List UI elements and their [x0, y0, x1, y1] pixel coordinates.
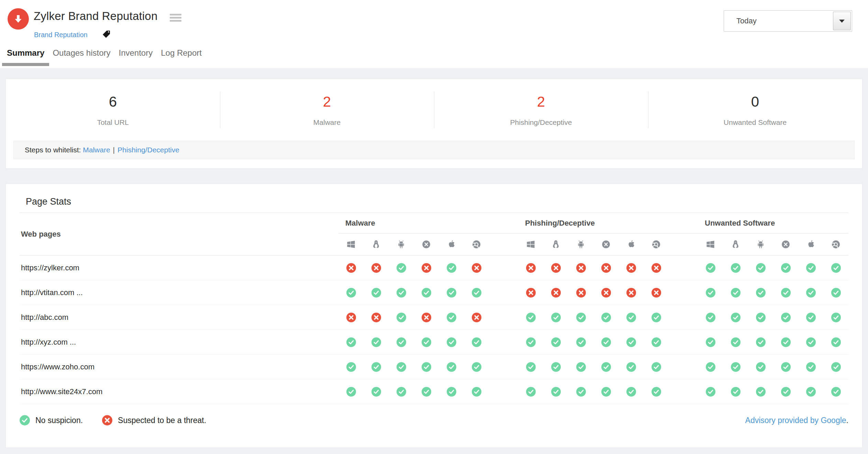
status-check-icon: [798, 313, 823, 322]
status-check-icon: [773, 362, 798, 372]
status-check-icon: [414, 362, 439, 372]
status-check-icon: [773, 313, 798, 322]
status-check-icon: [823, 313, 848, 322]
status-check-icon: [464, 337, 489, 347]
tab-log-report[interactable]: Log Report: [161, 48, 202, 68]
status-group-unwanted: [698, 337, 848, 347]
status-check-icon: [593, 362, 619, 372]
status-group-malware: [338, 313, 489, 322]
status-check-icon: [723, 263, 748, 273]
dropdown-arrow-icon[interactable]: [833, 12, 851, 30]
stat-label: Malware: [220, 118, 434, 127]
whitelist-bar: Steps to whitelist: Malware|Phishing/Dec…: [13, 141, 855, 159]
monitor-status-down-icon: [8, 8, 29, 30]
chrome-icon: [823, 240, 848, 249]
status-check-icon: [568, 387, 593, 397]
status-legend: No suspicion.Suspected to be a threat.: [20, 415, 225, 425]
whitelist-link-malware[interactable]: Malware: [83, 146, 110, 154]
status-check-icon: [798, 263, 823, 273]
advisory-suffix: .: [846, 416, 848, 425]
stat-value: 6: [6, 95, 220, 109]
status-check-icon: [364, 337, 389, 347]
status-check-icon: [464, 288, 489, 298]
status-check-icon: [568, 313, 593, 322]
windows-icon: [518, 240, 543, 249]
table-row: https://zylker.com: [20, 256, 848, 280]
status-check-icon: [748, 337, 773, 347]
status-check-icon: [798, 288, 823, 298]
status-group-malware: [338, 288, 489, 298]
status-check-icon: [518, 387, 543, 397]
table-header-groups: MalwarePhishing/DeceptiveUnwanted Softwa…: [338, 213, 848, 255]
status-check-icon: [389, 313, 414, 322]
status-check-icon: [748, 288, 773, 298]
table-row: http://vtitan.com ...: [20, 280, 848, 305]
status-check-icon: [773, 387, 798, 397]
status-check-icon: [389, 288, 414, 298]
group-header-unwanted: Unwanted Software: [698, 219, 848, 228]
stat-phishing-deceptive: 2Phishing/Deceptive: [434, 79, 648, 141]
tag-icon[interactable]: [102, 30, 111, 40]
monitor-type-link[interactable]: Brand Reputation: [34, 31, 88, 39]
android-icon: [748, 240, 773, 249]
webpage-url: http://www.site24x7.com: [20, 387, 338, 396]
status-group-malware: [338, 263, 489, 273]
osx-icon: [593, 240, 619, 249]
status-cross-icon: [414, 313, 439, 322]
stats-row: 6Total URL2Malware2Phishing/Deceptive0Un…: [6, 79, 862, 141]
status-check-icon: [823, 387, 848, 397]
status-check-icon: [439, 313, 464, 322]
status-check-icon: [414, 337, 439, 347]
status-cross-icon: [644, 263, 669, 273]
legend-text: No suspicion.: [35, 416, 83, 425]
stat-value: 2: [220, 95, 434, 109]
status-cross-icon: [364, 313, 389, 322]
osx-icon: [414, 240, 439, 249]
platform-icons-malware: [338, 240, 489, 249]
status-check-icon: [723, 313, 748, 322]
hamburger-menu-icon[interactable]: [170, 14, 181, 23]
whitelist-prefix: Steps to whitelist:: [25, 146, 81, 154]
status-check-icon: [823, 288, 848, 298]
page: Zylker Brand Reputation Brand Reputation…: [0, 0, 868, 448]
android-icon: [389, 240, 414, 249]
legend-check-icon: [20, 415, 30, 425]
status-check-icon: [389, 263, 414, 273]
status-check-icon: [338, 387, 364, 397]
status-check-icon: [698, 263, 723, 273]
status-check-icon: [619, 337, 644, 347]
page-stats-table: Web pages MalwarePhishing/DeceptiveUnwan…: [20, 213, 848, 425]
status-check-icon: [723, 288, 748, 298]
status-cross-icon: [593, 263, 619, 273]
status-cross-icon: [568, 263, 593, 273]
status-check-icon: [748, 313, 773, 322]
whitelist-link-phishing-deceptive[interactable]: Phishing/Deceptive: [118, 146, 179, 154]
status-check-icon: [338, 337, 364, 347]
status-cross-icon: [338, 313, 364, 322]
tab-summary[interactable]: Summary: [7, 48, 44, 68]
status-check-icon: [364, 387, 389, 397]
time-range-select[interactable]: Today: [724, 10, 852, 32]
status-check-icon: [439, 362, 464, 372]
status-group-phishing: [518, 337, 669, 347]
status-cross-icon: [364, 263, 389, 273]
status-cross-icon: [619, 288, 644, 298]
status-check-icon: [518, 362, 543, 372]
status-cross-icon: [414, 263, 439, 273]
status-check-icon: [364, 288, 389, 298]
status-check-icon: [823, 362, 848, 372]
status-group-malware: [338, 337, 489, 347]
group-header-malware: Malware: [338, 219, 489, 228]
status-check-icon: [823, 337, 848, 347]
tab-outages-history[interactable]: Outages history: [53, 48, 110, 68]
status-group-unwanted: [698, 288, 848, 298]
tab-inventory[interactable]: Inventory: [119, 48, 153, 68]
status-check-icon: [518, 313, 543, 322]
table-row: http://xyz.com ...: [20, 330, 848, 355]
advisory-link[interactable]: Advisory provided by Google: [745, 416, 846, 425]
stat-value: 0: [648, 95, 862, 109]
table-row: http://www.site24x7.com: [20, 379, 848, 404]
whitelist-links: Malware|Phishing/Deceptive: [83, 146, 179, 154]
header: Zylker Brand Reputation Brand Reputation…: [0, 0, 868, 68]
status-check-icon: [748, 263, 773, 273]
